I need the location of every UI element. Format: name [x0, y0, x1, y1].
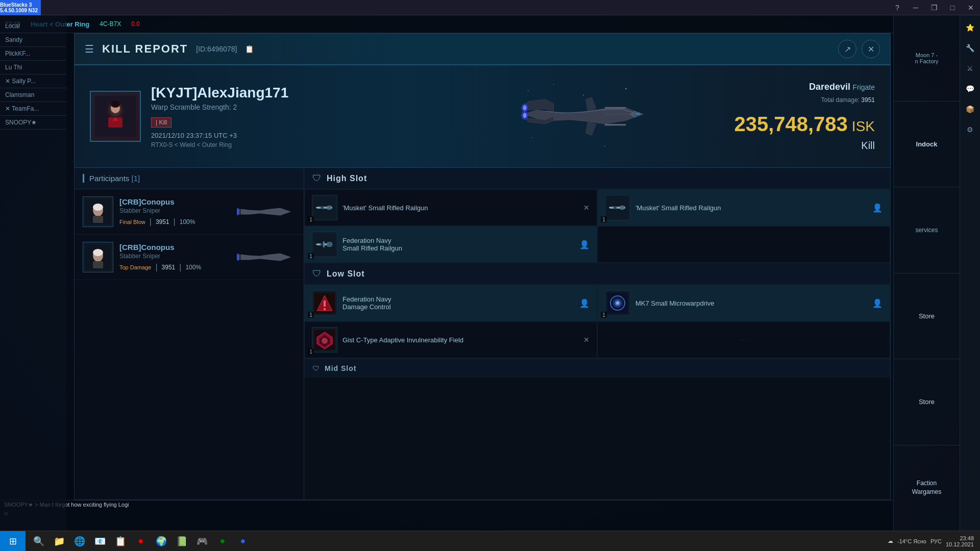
- game-security: 0.0: [131, 20, 140, 28]
- low-slot-item-3[interactable]: 1 Gist C-Type Adaptive Invulnerability F…: [304, 321, 597, 358]
- left-panel-local[interactable]: Local: [0, 19, 66, 33]
- taskbar-game[interactable]: 🎮: [193, 532, 211, 550]
- close-modal-button[interactable]: ✕: [862, 40, 880, 58]
- participant-1-details: [CRB]Conopus Stabber Sniper Final Blow |…: [119, 197, 228, 227]
- high-slot-item-1[interactable]: 1 'Musket' Small Rifled Railgun ✕: [304, 189, 597, 226]
- titlebar-help[interactable]: ?: [888, 0, 906, 15]
- low-slot-header: 🛡 Low Slot: [304, 263, 890, 285]
- participant-1[interactable]: [CRB]Conopus Stabber Sniper Final Blow |…: [75, 189, 304, 235]
- svg-rect-53: [316, 244, 318, 245]
- start-button[interactable]: ⊞: [0, 531, 26, 552]
- taskbar-notes[interactable]: 📋: [111, 532, 130, 550]
- ship-class-display: Daredevil Frigate: [734, 82, 875, 92]
- content-area: Participants [1] [CRB]Conopus Stabber: [74, 168, 891, 500]
- left-panel-sandy[interactable]: Sandy: [0, 33, 66, 47]
- titlebar-maximize[interactable]: □: [943, 0, 962, 15]
- right-panel-moon[interactable]: Moon 7 -n Factory: [911, 48, 943, 68]
- right-panel-store[interactable]: Store: [915, 308, 939, 324]
- sidebar-inventory-icon[interactable]: 📦: [962, 101, 978, 117]
- modal-header-actions: ↗ ✕: [838, 40, 880, 58]
- right-panel-repairs[interactable]: Store: [919, 398, 935, 406]
- high-item-1-close[interactable]: ✕: [583, 204, 590, 212]
- high-slot-item-3[interactable]: 1 Federation NavySmall Rifled: [304, 226, 597, 263]
- pilot-name: [KYJT]AlexJiang171: [151, 85, 432, 101]
- isk-value: 235,748,783: [734, 113, 847, 136]
- taskbar-green[interactable]: ●: [213, 532, 232, 550]
- svg-rect-42: [327, 206, 331, 210]
- taskbar-excel[interactable]: 📗: [173, 532, 191, 550]
- participants-header: Participants [1]: [75, 168, 304, 189]
- left-panel-plick[interactable]: PlickKF...: [0, 47, 66, 61]
- game-system: 4C-B7X: [100, 20, 121, 28]
- participant-2-damage: 3951: [162, 264, 176, 271]
- warp-scramble: Warp Scramble Strength: 2: [151, 103, 432, 111]
- invuln-icon: [314, 330, 335, 350]
- taskbar-earth[interactable]: 🌍: [152, 532, 170, 550]
- low-slot-item-2[interactable]: 1 MK7 Small M: [597, 285, 890, 321]
- avatar-svg: [95, 96, 136, 137]
- svg-rect-36: [93, 261, 103, 268]
- export-button[interactable]: ↗: [838, 40, 856, 58]
- chat-line-1: SNOOPY★ > Man I forgot how exciting flyi…: [0, 500, 893, 509]
- high-item-3-qty: 1: [308, 253, 314, 259]
- low-slot-item-4: · · ·: [597, 321, 890, 358]
- right-panel-faction[interactable]: FactionWargames: [912, 479, 942, 496]
- taskbar-blue[interactable]: ●: [234, 532, 252, 550]
- sidebar-home-icon[interactable]: ⭐: [962, 19, 978, 36]
- low-item-1-name: Federation NavyDamage Control: [342, 295, 574, 311]
- low-slot-icon: 🛡: [312, 268, 322, 279]
- high-item-2-pilot: 👤: [872, 203, 883, 213]
- high-item-3-name: Federation NavySmall Rifled Railgun: [342, 237, 574, 252]
- participant-1-ship: Stabber Sniper: [119, 207, 228, 214]
- right-sidebar: ⭐ 🔧 ⚔ 💬 📦 ⚙: [960, 15, 980, 531]
- sidebar-combat-icon[interactable]: ⚔: [962, 60, 978, 77]
- taskbar-search[interactable]: 🔍: [30, 532, 48, 550]
- participant-2[interactable]: [CRB]Conopus Stabber Sniper Top Damage |…: [75, 235, 304, 280]
- high-item-2-qty: 1: [601, 216, 607, 222]
- menu-icon[interactable]: ☰: [85, 43, 94, 55]
- svg-rect-43: [316, 207, 318, 208]
- left-panel-snoopy[interactable]: SNOOPY★: [0, 116, 66, 130]
- low-item-3-close[interactable]: ✕: [583, 336, 590, 344]
- svg-rect-21: [604, 107, 626, 109]
- high-item-2-name: 'Musket' Small Rifled Railgun: [635, 204, 867, 212]
- sidebar-chat-icon[interactable]: 💬: [962, 81, 978, 97]
- low-item-1-icon: [312, 290, 337, 316]
- left-panel-teamfa[interactable]: ✕ TeamFa...: [0, 102, 66, 116]
- titlebar-restore[interactable]: ❐: [925, 0, 943, 15]
- titlebar-close[interactable]: ✕: [962, 0, 980, 15]
- left-panel-salty[interactable]: ✕ Salty P...: [0, 74, 66, 88]
- taskbar-mail[interactable]: 📧: [91, 532, 109, 550]
- taskbar-red-app[interactable]: ●: [132, 532, 150, 550]
- ship-name: Daredevil: [809, 82, 850, 92]
- modal-title: KILL REPORT: [102, 42, 188, 56]
- participant-2-ship: Stabber Sniper: [119, 253, 228, 260]
- svg-rect-58: [324, 300, 326, 307]
- titlebar-minimize[interactable]: ─: [906, 0, 925, 15]
- taskbar-files[interactable]: 📁: [50, 532, 68, 550]
- right-panel-indock[interactable]: Indock: [912, 136, 942, 152]
- participant-1-pct: 100%: [180, 218, 195, 226]
- more-slots-icon: 🛡: [312, 364, 320, 372]
- left-panel-lu[interactable]: Lu Thi: [0, 61, 66, 74]
- chat-bar: SNOOPY★ > Man I forgot how exciting flyi…: [0, 500, 893, 531]
- taskbar-temp: -14°C Ясно: [897, 538, 926, 544]
- left-panel: Local Sandy PlickKF... Lu Thi ✕ Salty P.…: [0, 15, 66, 531]
- sidebar-settings-icon[interactable]: ⚙: [962, 121, 978, 138]
- high-item-1-icon: [312, 195, 337, 220]
- low-slot-item-1[interactable]: 1 Federation NavyDamage Control 👤: [304, 285, 597, 321]
- left-panel-clamsman[interactable]: Clamsman: [0, 88, 66, 102]
- high-item-2-icon: [605, 195, 630, 220]
- ship-silhouette: [520, 76, 647, 157]
- taskbar-browser[interactable]: 🌐: [70, 532, 89, 550]
- game-info-bar: 23:48 Heart < Outer Ring 4C-B7X 0.0: [0, 15, 893, 33]
- right-panel: Moon 7 -n Factory Indock services Store …: [893, 15, 960, 531]
- sidebar-tools-icon[interactable]: 🔧: [962, 40, 978, 56]
- ship-image-area: [443, 76, 724, 157]
- mid-slot-label: Mid Slot: [325, 364, 356, 372]
- high-slot-header: 🛡 High Slot: [304, 168, 890, 189]
- svg-rect-48: [609, 207, 611, 208]
- modal-id: [ID:6496078]: [196, 45, 237, 53]
- high-slot-item-2[interactable]: 1 'Musket' Small Rifled Railgun 👤: [597, 189, 890, 226]
- right-panel-services[interactable]: services: [911, 222, 942, 238]
